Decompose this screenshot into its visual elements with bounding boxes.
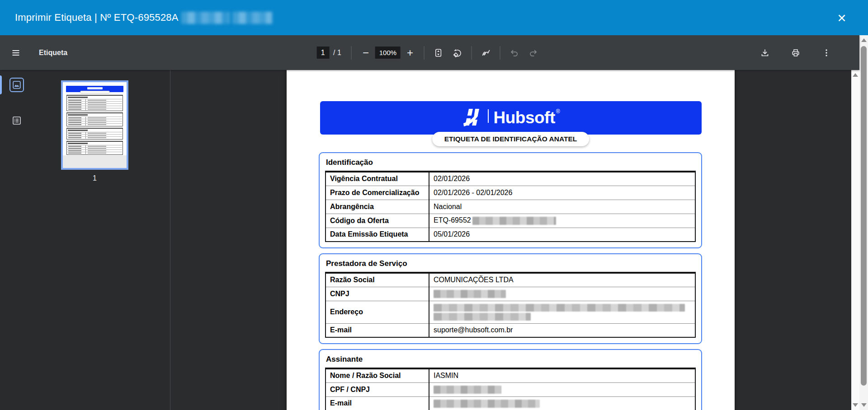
close-icon[interactable]: ✕	[834, 10, 850, 26]
row-value	[429, 287, 695, 301]
page-count-label: / 1	[333, 49, 341, 57]
mini-section-title	[68, 114, 88, 116]
sidebar-icon-strip	[0, 70, 33, 410]
row-value-text: COMUNICAÇÕES LTDA	[434, 276, 514, 284]
scroll-up-icon[interactable]	[861, 38, 867, 42]
row-label: Data Emissão Etiqueta	[326, 228, 429, 242]
redacted-block	[434, 400, 540, 408]
menu-icon[interactable]	[0, 35, 32, 70]
toolbar-divider	[500, 46, 500, 60]
table-row: Endereço	[326, 301, 695, 323]
title-redacted-text	[179, 12, 272, 24]
row-label: CPF / CNPJ	[326, 382, 429, 396]
table-row: Prazo de Comercialização02/01/2026 - 02/…	[326, 186, 695, 200]
page-thumbnail[interactable]	[61, 80, 128, 170]
scroll-down-icon[interactable]	[861, 403, 867, 407]
data-table: Vigência Contratual02/01/2026Prazo de Co…	[325, 171, 696, 242]
zoom-out-button[interactable]: −	[356, 43, 375, 62]
table-row: Nome / Razão SocialIASMIN	[326, 368, 695, 382]
scroll-down-icon[interactable]	[853, 403, 858, 407]
mini-table-row	[67, 152, 122, 154]
row-value-text: 05/01/2026	[434, 230, 470, 238]
table-row: Código da OfertaETQ-69552	[326, 214, 695, 228]
pdf-toolbar: Etiqueta 1 / 1 − 100% +	[0, 35, 859, 70]
data-table: Nome / Razão SocialIASMINCPF / CNPJE-mai…	[325, 368, 696, 410]
table-row: CPF / CNPJ	[326, 382, 695, 396]
table-row: Vigência Contratual02/01/2026	[326, 172, 695, 186]
page-thumbnail-preview	[63, 82, 127, 168]
row-label: Prazo de Comercialização	[326, 186, 429, 200]
row-value: COMUNICAÇÕES LTDA	[429, 273, 695, 287]
mini-section-title	[68, 97, 88, 98]
row-value-text: suporte@hubsoft.com.br	[434, 326, 513, 334]
mini-section	[66, 128, 123, 140]
redacted-block	[434, 290, 506, 298]
table-row: CNPJ	[326, 287, 695, 301]
toolbar-divider	[351, 46, 352, 60]
section-prestadora-de-servi-o: Prestadora de ServiçoRazão SocialCOMUNIC…	[319, 253, 702, 344]
thumbnails-panel: 1	[33, 70, 170, 410]
row-value: 02/01/2026 - 02/01/2026	[429, 186, 695, 200]
pdf-scrollbar[interactable]	[851, 70, 859, 410]
anatel-badge: ETIQUETA DE IDENTIFICAÇÃO ANATEL	[432, 132, 590, 146]
brand-name: Hubsoft	[493, 108, 555, 127]
row-value: suporte@hubsoft.com.br	[429, 323, 695, 337]
row-value: 02/01/2026	[429, 172, 695, 186]
print-icon[interactable]	[786, 43, 805, 62]
row-value	[429, 396, 695, 410]
row-label: E-mail	[326, 396, 429, 410]
mini-section-title	[68, 143, 88, 144]
toolbar-divider	[424, 46, 425, 60]
section-title: Assinante	[326, 355, 696, 364]
annotate-draw-icon[interactable]	[476, 43, 495, 62]
selected-tab-indicator	[0, 75, 2, 94]
download-icon[interactable]	[755, 43, 774, 62]
mini-table-row	[67, 123, 122, 126]
row-label: Nome / Razão Social	[326, 368, 429, 382]
hubsoft-logo: Hubsoft ®	[462, 107, 559, 129]
row-label: Abrangência	[326, 200, 429, 214]
mini-section	[66, 112, 123, 126]
more-options-icon[interactable]	[817, 43, 836, 62]
thumbnail-page-number: 1	[61, 174, 128, 182]
page-number-input[interactable]: 1	[316, 47, 329, 59]
section-assinante: AssinanteNome / Razão SocialIASMINCPF / …	[319, 349, 702, 410]
row-value	[429, 382, 695, 396]
outline-tab-icon[interactable]	[9, 113, 24, 128]
section-title: Identificação	[326, 158, 696, 167]
table-row: E-mailsuporte@hubsoft.com.br	[326, 323, 695, 337]
row-label: Código da Oferta	[326, 214, 429, 228]
zoom-level-input[interactable]: 100%	[375, 47, 401, 59]
section-identifica-o: IdentificaçãoVigência Contratual02/01/20…	[319, 152, 702, 248]
mini-section	[66, 95, 123, 111]
table-row: Data Emissão Etiqueta05/01/2026	[326, 228, 695, 242]
rotate-icon[interactable]	[448, 43, 467, 62]
undo-icon[interactable]	[505, 43, 524, 62]
thumbnails-tab-icon[interactable]	[9, 78, 24, 92]
zoom-in-button[interactable]: +	[401, 43, 420, 62]
document-title: Etiqueta	[39, 49, 67, 57]
row-label: Razão Social	[326, 273, 429, 287]
scroll-up-icon[interactable]	[853, 73, 858, 77]
row-value: Nacional	[429, 200, 695, 214]
window-scrollbar[interactable]	[859, 35, 868, 410]
registered-mark: ®	[556, 108, 560, 115]
data-table: Razão SocialCOMUNICAÇÕES LTDACNPJEndereç…	[325, 272, 696, 338]
redo-icon[interactable]	[524, 43, 543, 62]
redacted-block	[181, 12, 230, 24]
row-value-text: 02/01/2026	[434, 175, 470, 182]
toolbar-divider	[472, 46, 472, 60]
fit-page-icon[interactable]	[429, 43, 448, 62]
mini-badge	[80, 91, 110, 93]
mini-table-row	[67, 108, 122, 110]
row-value-text: Nacional	[434, 203, 462, 210]
section-title: Prestadora de Serviço	[326, 259, 696, 268]
redacted-block	[232, 12, 272, 24]
mini-table-row	[67, 136, 122, 139]
scrollbar-thumb[interactable]	[861, 46, 867, 386]
row-value: IASMIN	[429, 368, 695, 382]
row-label: CNPJ	[326, 287, 429, 301]
pdf-viewport[interactable]: Hubsoft ® ETIQUETA DE IDENTIFICAÇÃO ANAT…	[170, 70, 851, 410]
redacted-block	[472, 217, 556, 225]
logo-divider	[488, 109, 489, 123]
